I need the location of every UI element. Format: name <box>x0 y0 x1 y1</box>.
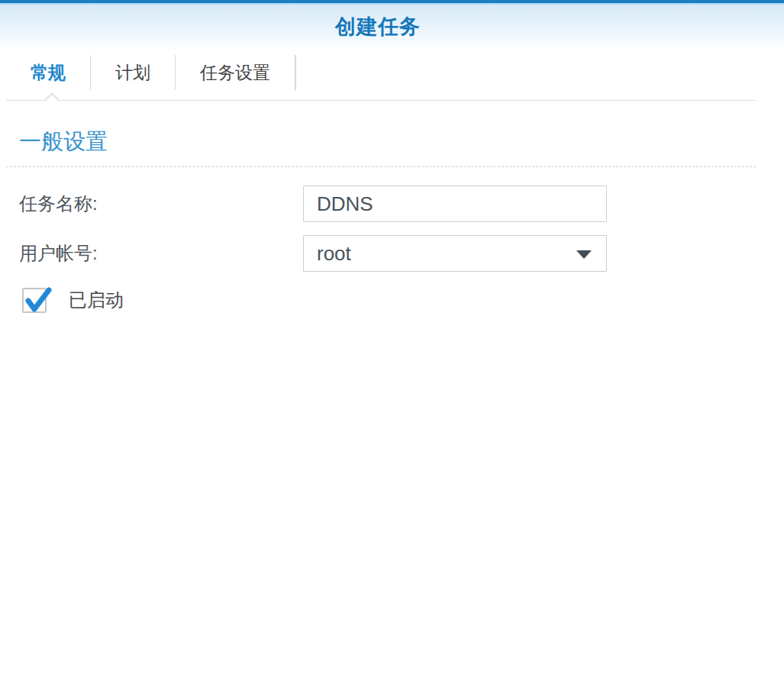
general-settings-form: 任务名称: 用户帐号: root 已启动 <box>0 185 784 313</box>
user-account-selected-value: root <box>317 242 351 266</box>
enabled-label: 已启动 <box>69 288 124 312</box>
tab-general[interactable]: 常规 <box>6 55 91 90</box>
task-name-row: 任务名称: <box>19 185 784 222</box>
tab-bar-end-divider <box>295 55 296 90</box>
tab-bar: 常规 计划 任务设置 <box>6 55 784 90</box>
tab-task-settings[interactable]: 任务设置 <box>176 55 295 90</box>
section-title: 一般设置 <box>19 127 784 157</box>
enabled-checkbox[interactable] <box>22 288 47 313</box>
create-task-dialog: 创建任务 常规 计划 任务设置 一般设置 任务名称: 用户帐号: root <box>0 0 784 687</box>
enabled-row: 已启动 <box>22 287 784 313</box>
check-icon <box>24 286 53 314</box>
user-account-label: 用户帐号: <box>19 241 303 266</box>
section-divider <box>6 166 756 167</box>
user-account-row: 用户帐号: root <box>19 235 784 272</box>
dialog-header: 创建任务 <box>0 5 784 49</box>
task-name-label: 任务名称: <box>19 192 303 216</box>
task-name-input[interactable] <box>303 185 607 222</box>
tab-schedule[interactable]: 计划 <box>91 55 176 90</box>
dialog-title: 创建任务 <box>335 13 421 40</box>
tab-underline <box>6 100 756 101</box>
user-account-select[interactable]: root <box>303 235 607 272</box>
caret-down-icon <box>576 250 592 259</box>
